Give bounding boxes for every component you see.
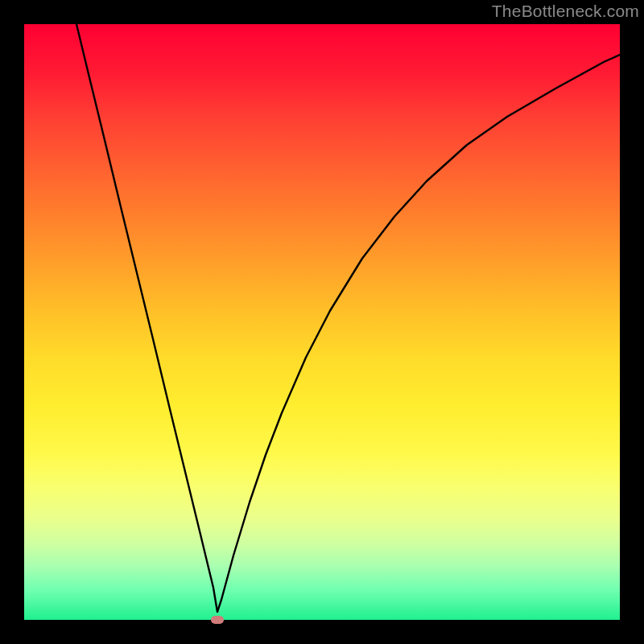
watermark-text: TheBottleneck.com <box>492 2 639 21</box>
curve-layer <box>24 24 620 620</box>
chart-frame: TheBottleneck.com <box>0 0 644 644</box>
optimal-point-marker <box>211 616 224 624</box>
plot-area <box>24 24 620 620</box>
bottleneck-curve <box>76 24 620 612</box>
